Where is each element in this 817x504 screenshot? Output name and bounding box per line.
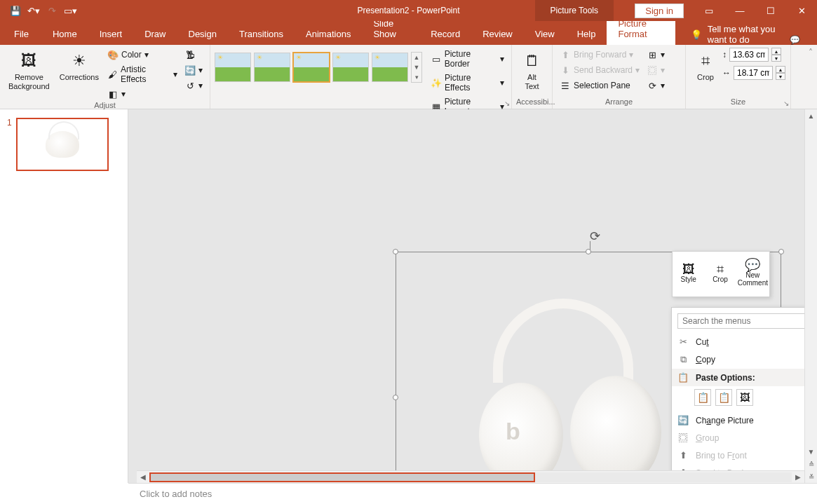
paste-opt-3[interactable]: 🖼 xyxy=(736,389,753,406)
ctx-search-input[interactable] xyxy=(677,313,817,329)
vscroll-up[interactable]: ▲ xyxy=(805,109,817,122)
style-thumb-2[interactable] xyxy=(254,53,290,82)
handle-tr[interactable] xyxy=(778,249,784,254)
gallery-scroll[interactable]: ▲▼▾ xyxy=(411,52,422,83)
mini-crop-button[interactable]: ⌗Crop xyxy=(704,252,736,297)
bring-forward-button[interactable]: ⬆Bring Forward▾ xyxy=(557,48,642,62)
ribbon-display-icon[interactable]: ▭ xyxy=(694,0,724,21)
vscroll-down[interactable]: ▼ xyxy=(805,445,817,458)
mini-style-icon: 🖼 xyxy=(682,266,695,273)
mini-new-comment-button[interactable]: 💬New Comment xyxy=(736,252,769,297)
ctx-change-picture[interactable]: 🔄Change Picture▶ xyxy=(672,411,817,429)
picture-style-gallery[interactable]: ▲▼▾ xyxy=(215,48,422,83)
paste-opt-1[interactable]: 📋 xyxy=(694,389,711,406)
compress-button[interactable]: 🗜 xyxy=(182,48,205,62)
rotate-button[interactable]: ⟳▾ xyxy=(644,79,668,93)
width-input[interactable] xyxy=(734,66,773,80)
slide-thumb[interactable] xyxy=(16,118,109,171)
hscroll-thumb[interactable] xyxy=(149,472,535,482)
arrange-group-label: Arrange xyxy=(557,97,681,107)
prev-slide-icon[interactable]: ≙ xyxy=(805,458,817,470)
vertical-scrollbar[interactable]: ▲ ▼ ≙ ≚ xyxy=(804,109,817,483)
tab-view[interactable]: View xyxy=(524,23,566,45)
paste-opt-2[interactable]: 📋 xyxy=(715,389,732,406)
color-label: Color xyxy=(121,50,142,60)
width-spin[interactable]: ▲▼ xyxy=(776,66,785,80)
corrections-button[interactable]: ☀ Corrections xyxy=(55,48,103,83)
comments-icon[interactable]: 💬 xyxy=(790,35,800,45)
save-icon[interactable]: 💾 xyxy=(7,2,24,19)
group-button[interactable]: ⿴▾ xyxy=(644,63,668,77)
hscroll-left[interactable]: ◀ xyxy=(137,471,149,484)
headphone-image[interactable]: b xyxy=(465,299,661,483)
style-thumb-3[interactable] xyxy=(293,53,330,82)
ctx-cut[interactable]: ✂Cut xyxy=(672,333,817,350)
style-thumb-4[interactable] xyxy=(332,53,369,82)
transparency-button[interactable]: ◧▾ xyxy=(104,87,180,101)
handle-tc[interactable] xyxy=(586,249,591,254)
selection-pane-icon: ☰ xyxy=(560,80,571,91)
horizontal-scrollbar[interactable]: ◀ ▶ xyxy=(137,470,804,483)
change-pic-icon: 🔄 xyxy=(184,64,196,76)
undo-icon[interactable]: ↶▾ xyxy=(25,2,42,19)
remove-background-button[interactable]: 🖼 Remove Background xyxy=(4,48,54,93)
ctx-paste-options: 📋 📋 🖼 xyxy=(672,386,817,411)
tell-me-search[interactable]: 💡 Tell me what you want to do xyxy=(691,24,790,45)
width-input-row: ↔ ▲▼ xyxy=(722,66,785,80)
color-button[interactable]: 🎨Color▾ xyxy=(104,48,180,62)
maximize-icon[interactable]: ☐ xyxy=(755,0,786,21)
styles-dialog-launcher[interactable]: ↘ xyxy=(504,100,510,107)
reset-picture-button[interactable]: ↺▾ xyxy=(182,79,205,93)
tab-file[interactable]: File xyxy=(6,23,41,45)
mini-style-label: Style xyxy=(681,275,696,283)
ctx-copy[interactable]: ⧉Copy xyxy=(672,350,817,369)
next-slide-icon[interactable]: ≚ xyxy=(805,470,817,483)
headphone-thumb-icon xyxy=(46,131,79,158)
picture-border-button[interactable]: ▭Picture Border▾ xyxy=(428,48,507,70)
alt-text-button[interactable]: 🗒 Alt Text xyxy=(516,48,548,93)
slide-thumbnail-1[interactable]: 1 xyxy=(7,118,121,171)
tab-draw[interactable]: Draw xyxy=(133,23,177,45)
tab-animations[interactable]: Animations xyxy=(295,23,362,45)
hscroll-track[interactable] xyxy=(149,472,792,482)
crop-button[interactable]: ⌗ Crop xyxy=(690,48,721,83)
send-backward-button[interactable]: ⬇Send Backward▾ xyxy=(557,63,642,77)
height-input[interactable] xyxy=(729,48,769,62)
minimize-icon[interactable]: — xyxy=(724,0,755,21)
slide-canvas[interactable]: ⟳ b 🖼Style ⌗Crop 💬New Comment xyxy=(128,109,817,483)
tab-help[interactable]: Help xyxy=(566,23,607,45)
mini-style-button[interactable]: 🖼Style xyxy=(673,252,704,297)
height-spin[interactable]: ▲▼ xyxy=(771,48,781,62)
size-dialog-launcher[interactable]: ↘ xyxy=(783,100,789,107)
selection-pane-button[interactable]: ☰Selection Pane xyxy=(557,79,642,93)
artistic-effects-button[interactable]: 🖌Artistic Effects▾ xyxy=(104,63,180,86)
mini-comment-icon: 💬 xyxy=(745,261,760,269)
tab-insert[interactable]: Insert xyxy=(88,23,134,45)
change-picture-ribbon-button[interactable]: 🔄▾ xyxy=(182,63,205,77)
bring-forward-label: Bring Forward xyxy=(574,50,626,60)
tab-design[interactable]: Design xyxy=(177,23,228,45)
tab-record[interactable]: Record xyxy=(419,23,471,45)
contextual-tab-picture-tools[interactable]: Picture Tools xyxy=(535,0,614,21)
tab-review[interactable]: Review xyxy=(471,23,524,45)
tab-home[interactable]: Home xyxy=(41,23,88,45)
align-icon: ⊞ xyxy=(647,49,658,60)
align-button[interactable]: ⊞▾ xyxy=(644,48,668,62)
style-thumb-1[interactable] xyxy=(215,53,251,82)
collapse-ribbon-icon[interactable]: ˄ xyxy=(809,48,813,57)
style-thumb-5[interactable] xyxy=(372,53,408,82)
notes-pane[interactable]: Click to add notes xyxy=(128,483,817,504)
picture-effects-button[interactable]: ✨Picture Effects▾ xyxy=(428,71,507,94)
tab-transitions[interactable]: Transitions xyxy=(228,23,295,45)
hscroll-right[interactable]: ▶ xyxy=(792,471,804,484)
rotate-handle-icon[interactable]: ⟳ xyxy=(590,229,600,244)
start-from-beginning-icon[interactable]: ▭▾ xyxy=(62,2,79,19)
tell-me-label: Tell me what you want to do xyxy=(708,24,790,45)
height-icon: ↕ xyxy=(722,50,727,60)
redo-icon[interactable]: ↷ xyxy=(43,2,60,19)
handle-ml[interactable] xyxy=(393,395,398,400)
close-icon[interactable]: ✕ xyxy=(786,0,817,21)
sign-in-button[interactable]: Sign in xyxy=(635,4,684,18)
paste-header-label: Paste Options: xyxy=(696,373,755,383)
handle-tl[interactable] xyxy=(393,249,398,254)
